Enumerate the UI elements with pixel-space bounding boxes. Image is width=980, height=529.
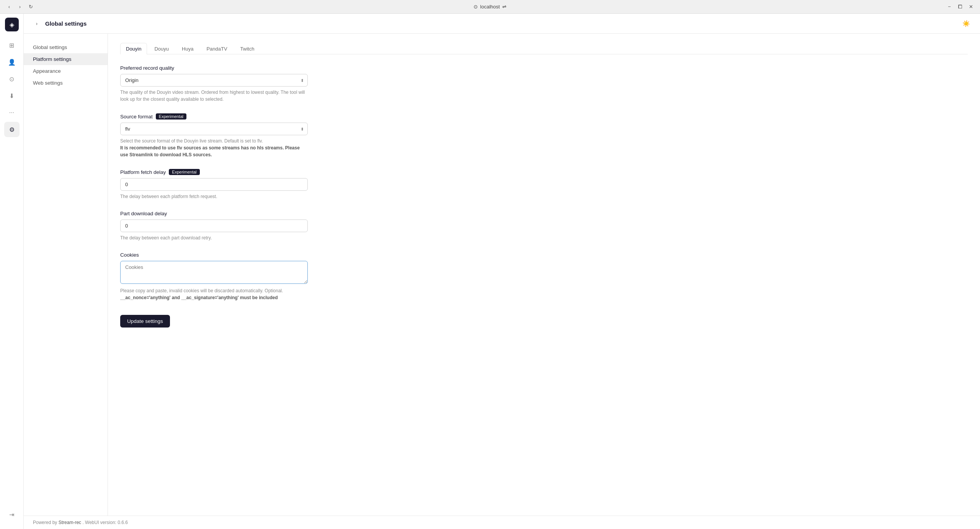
sidebar-bottom: ⇥ xyxy=(4,507,20,525)
platform-fetch-delay-input[interactable] xyxy=(120,178,308,191)
theme-icon: ☀️ xyxy=(962,20,970,27)
sidebar-toggle-button[interactable]: › xyxy=(31,18,42,29)
sidebar-item-users[interactable]: 👤 xyxy=(4,54,20,70)
main-wrapper: Global settings Platform settings Appear… xyxy=(24,34,980,529)
app-logo: ◈ xyxy=(5,18,19,31)
sidebar-item-recordings[interactable]: ⊙ xyxy=(4,71,20,87)
update-settings-button[interactable]: Update settings xyxy=(120,315,170,328)
forward-button[interactable]: › xyxy=(15,2,24,11)
form-section-preferred-quality: Preferred record quality Origin HD SD LD… xyxy=(120,65,968,103)
connection-icon: ⊙ xyxy=(474,4,478,10)
minimize-button[interactable]: − xyxy=(945,2,954,11)
cookies-textarea[interactable] xyxy=(120,261,308,284)
footer: Powered by Stream-rec . WebUI version: 0… xyxy=(24,516,980,529)
sidebar-item-logout[interactable]: ⇥ xyxy=(4,507,20,522)
nav-item-platform-settings[interactable]: Platform settings xyxy=(24,53,108,65)
content-area: › Global settings ☀️ Global settings xyxy=(24,14,980,529)
sidebar-items: ⊞ 👤 ⊙ ⬇ ··· ⚙ xyxy=(4,38,20,507)
platform-tabs: Douyin Douyu Huya PandaTV xyxy=(120,43,968,54)
theme-toggle-button[interactable]: ☀️ xyxy=(960,18,972,30)
source-format-badge: Experimental xyxy=(156,113,186,120)
nav-item-appearance[interactable]: Appearance xyxy=(24,65,108,77)
left-nav: Global settings Platform settings Appear… xyxy=(24,34,108,516)
preferred-quality-label: Preferred record quality xyxy=(120,65,968,71)
close-button[interactable]: ✕ xyxy=(966,2,975,11)
reload-button[interactable]: ↻ xyxy=(26,2,35,11)
preferred-quality-select-wrapper: Origin HD SD LD ⬍ xyxy=(120,74,308,87)
nav-item-global-settings[interactable]: Global settings xyxy=(24,41,108,53)
sidebar-item-dashboard[interactable]: ⊞ xyxy=(4,38,20,53)
sidebar-item-settings[interactable]: ⚙ xyxy=(4,122,20,137)
tab-douyin[interactable]: Douyin xyxy=(120,43,147,54)
source-format-select[interactable]: flv hls dash xyxy=(120,123,308,135)
titlebar-left: ‹ › ↻ xyxy=(5,2,35,11)
cookies-hint: Please copy and paste, invalid cookies w… xyxy=(120,287,308,301)
titlebar-right: − ⧠ ✕ xyxy=(945,2,975,11)
logo-icon: ◈ xyxy=(10,21,14,28)
sidebar-item-download[interactable]: ⬇ xyxy=(4,88,20,103)
form-section-source-format: Source format Experimental flv hls dash … xyxy=(120,113,968,158)
sidebar: ◈ ⊞ 👤 ⊙ ⬇ ··· ⚙ ⇥ xyxy=(0,14,24,529)
url-display: localhost xyxy=(480,4,500,10)
source-format-label: Source format Experimental xyxy=(120,113,968,120)
more-icon: ··· xyxy=(9,109,14,116)
titlebar-nav: ‹ › ↻ xyxy=(5,2,35,11)
part-download-delay-label: Part download delay xyxy=(120,211,968,216)
settings-icon: ⚙ xyxy=(9,126,15,133)
tab-twitch[interactable]: Twitch xyxy=(235,43,260,54)
nav-item-web-settings[interactable]: Web settings xyxy=(24,77,108,89)
source-format-hint: Select the source format of the Douyin l… xyxy=(120,138,308,158)
refresh-icon: ⇌ xyxy=(502,4,506,10)
titlebar: ‹ › ↻ ⊙ localhost ⇌ − ⧠ ✕ xyxy=(0,0,980,14)
recordings-icon: ⊙ xyxy=(9,75,14,83)
source-format-select-wrapper: flv hls dash ⬍ xyxy=(120,123,308,135)
app-link[interactable]: Stream-rec xyxy=(59,520,81,525)
users-icon: 👤 xyxy=(8,59,16,66)
part-download-delay-input[interactable] xyxy=(120,219,308,232)
logout-icon: ⇥ xyxy=(9,511,14,518)
tab-pandatv[interactable]: PandaTV xyxy=(201,43,233,54)
tab-huya[interactable]: Huya xyxy=(176,43,199,54)
platform-fetch-delay-hint: The delay between each platform fetch re… xyxy=(120,193,308,200)
chevron-right-icon: › xyxy=(36,21,38,26)
part-download-delay-hint: The delay between each part download ret… xyxy=(120,234,308,241)
app-container: ◈ ⊞ 👤 ⊙ ⬇ ··· ⚙ ⇥ xyxy=(0,14,980,529)
titlebar-center: ⊙ localhost ⇌ xyxy=(474,4,506,10)
preferred-quality-hint: The quality of the Douyin video stream. … xyxy=(120,89,308,103)
page-title: Global settings xyxy=(45,20,87,27)
back-button[interactable]: ‹ xyxy=(5,2,14,11)
dashboard-icon: ⊞ xyxy=(9,42,14,49)
main-content: Global settings Platform settings Appear… xyxy=(24,34,980,516)
preferred-quality-select[interactable]: Origin HD SD LD xyxy=(120,74,308,87)
download-icon: ⬇ xyxy=(9,92,14,100)
platform-fetch-delay-badge: Experimental xyxy=(169,169,199,175)
tab-douyu[interactable]: Douyu xyxy=(149,43,175,54)
settings-content: Douyin Douyu Huya PandaTV xyxy=(108,34,980,516)
page-header: › Global settings ☀️ xyxy=(24,14,980,34)
platform-fetch-delay-label: Platform fetch delay Experimental xyxy=(120,169,968,175)
cookies-label: Cookies xyxy=(120,252,968,258)
sidebar-item-more[interactable]: ··· xyxy=(4,105,20,120)
form-section-platform-fetch-delay: Platform fetch delay Experimental The de… xyxy=(120,169,968,200)
form-section-cookies: Cookies Please copy and paste, invalid c… xyxy=(120,252,968,301)
form-section-part-download-delay: Part download delay The delay between ea… xyxy=(120,211,968,241)
maximize-button[interactable]: ⧠ xyxy=(956,2,965,11)
page-header-right: ☀️ xyxy=(960,18,972,30)
